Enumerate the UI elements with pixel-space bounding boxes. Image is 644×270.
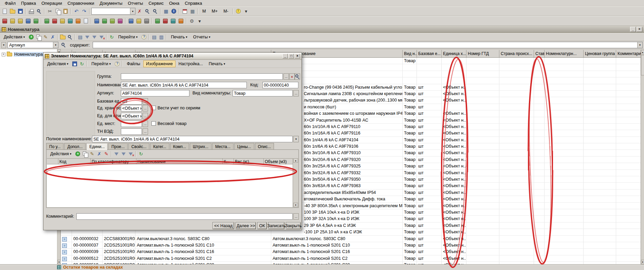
unit-filter-icon[interactable] [113,150,120,157]
back-button[interactable]: << Назад [213,222,234,229]
dialog-tab[interactable]: Комп... [170,143,189,150]
unit-edit-icon[interactable]: ✎ [89,150,95,157]
placeunit-input[interactable] [121,121,142,127]
scroll-up-icon[interactable] [641,50,644,54]
docked-window-caption[interactable]: Остатки товаров на складах [0,264,644,270]
dialog-tab[interactable]: Прое... [108,143,128,150]
column-header[interactable]: Страна происх... [499,50,534,57]
column-header[interactable]: Единица х... [442,50,466,57]
next-button[interactable]: Далее >> [236,222,256,229]
dialog-minimize-button[interactable]: _ [282,54,288,58]
toolbar2-options-icon[interactable]: ▾ [196,17,203,25]
reportunit-input[interactable]: <Объект н... [121,113,142,119]
dialog-goto-button[interactable]: Перейти [89,60,113,67]
unit-filter-settings-icon[interactable] [120,150,127,157]
red-book-icon[interactable] [1,17,8,25]
tnved-select-button[interactable] [143,128,148,135]
green-journal-icon-2[interactable] [43,17,51,25]
ok-button[interactable]: ОК [257,222,267,229]
grid-settings-icon[interactable]: ▦ [162,7,170,15]
dialog-help-icon[interactable]: ? [114,60,121,67]
dropdown-arrow-icon[interactable] [637,42,642,48]
calculator-icon[interactable]: ▦ [189,7,196,15]
find-previous-icon[interactable] [144,7,151,15]
dialog-print-button[interactable]: Печать [206,60,228,67]
document-journal-icon[interactable] [82,17,90,25]
toolbar-options-icon[interactable]: ▾ [242,7,250,15]
structure-view-icon[interactable]: ▥ [158,34,165,40]
dialog-tab[interactable]: Допол... [64,143,86,150]
units-scrollbar[interactable] [293,158,298,207]
column-header[interactable]: Номенклатурн... [545,50,584,57]
help-icon[interactable]: ? [141,34,147,40]
nomenclature-window-titlebar[interactable]: Номенклатура _ × [0,26,644,33]
gray-journal-icon[interactable] [143,17,150,25]
menu-item[interactable]: Отчеты [125,0,146,6]
delete-mark-icon[interactable]: ✗ [49,34,56,40]
filter-column-dropdown-icon[interactable] [1,42,6,48]
menu-item[interactable]: Окна [166,0,182,6]
units-column-header[interactable] [47,158,58,164]
print-icon[interactable] [27,7,35,15]
storeunit-input[interactable]: <Объект н... [121,105,142,111]
dropdown-arrow-icon[interactable] [53,42,58,48]
print-button[interactable]: Печать [168,34,190,40]
scroll-down-icon[interactable] [293,203,298,207]
unit-add-icon[interactable]: + [74,150,81,157]
scroll-up-icon[interactable] [293,158,298,163]
green-journal-icon-1[interactable] [32,17,40,25]
red-journal-icon-1[interactable] [51,17,58,25]
docked-window-title[interactable]: Остатки товаров на складах [63,265,123,270]
write-button[interactable]: Записать [268,222,284,229]
yellow-journal-icon-2[interactable] [135,17,143,25]
dialog-tab[interactable]: По у... [46,143,63,150]
column-header[interactable]: Вид н... [403,50,417,57]
add-copy-icon[interactable] [35,34,42,40]
dialog-tab[interactable]: Катег... [150,143,169,150]
find-next-icon[interactable] [151,7,159,15]
units-column-header[interactable]: К... [223,158,234,164]
olive-journal-icon[interactable] [109,17,116,25]
undo-icon[interactable]: ↶ [73,7,80,15]
yellow-book-icon-1[interactable] [9,17,16,25]
group-search-button[interactable] [295,73,300,80]
orange-journal-icon-2[interactable] [177,17,185,25]
green-journal-icon-3[interactable] [101,17,108,25]
comment-input[interactable] [76,213,293,220]
group-input[interactable] [121,73,283,80]
table-row[interactable]: 00-000005122CDS251001R0024Автомат.выкл-л… [61,255,641,262]
write-icon[interactable] [71,60,78,67]
unit-delete-icon[interactable]: ✗ [96,150,103,157]
column-header[interactable]: Став... [534,50,545,57]
unit-clear-filter-icon[interactable] [127,150,134,157]
dialog-tab[interactable]: Опис... [255,143,274,150]
filter-icon[interactable] [84,34,91,40]
clear-search-icon[interactable]: ✗ [136,7,143,15]
quick-search-combo[interactable] [91,8,135,15]
dialog-titlebar[interactable]: Элемент Номенклатура: SE Авт. выкл. iC60… [43,53,301,60]
table-row[interactable]: 00-000005192CDS251001R0204Автомат.выкл-л… [61,262,641,264]
dialog-maximize-button[interactable]: □ [289,54,294,58]
goto-button[interactable]: Перейти [115,34,140,40]
weight-checkbox[interactable] [151,121,156,126]
units-actions-button[interactable]: Действия [48,150,74,157]
print-preview-icon[interactable] [35,7,43,15]
new-document-icon[interactable] [1,7,8,15]
menu-item[interactable]: Сервис [146,0,166,6]
files-button[interactable]: Файлы [124,60,143,67]
actions-button[interactable]: Действия [1,34,27,40]
reread-icon[interactable]: ↻ [78,60,85,67]
window-close-button[interactable]: × [637,27,642,32]
dialog-tab[interactable]: Едини... [86,143,108,150]
settings-button[interactable]: Настройка... [176,60,206,67]
column-header[interactable]: Базовая е... [417,50,442,57]
orange-journal-icon-1[interactable] [74,17,82,25]
unit-add-copy-icon[interactable] [81,150,88,157]
column-header[interactable]: Ценовая группа [584,50,616,57]
dropdown-arrow-icon[interactable] [130,8,135,14]
filter-value-input[interactable] [93,42,643,48]
baseunit-select-button[interactable] [143,98,148,105]
yellow-book-icon-2[interactable] [17,17,24,25]
menu-item[interactable]: Операции [39,0,65,6]
fullname-dropdown-icon[interactable] [293,136,299,142]
